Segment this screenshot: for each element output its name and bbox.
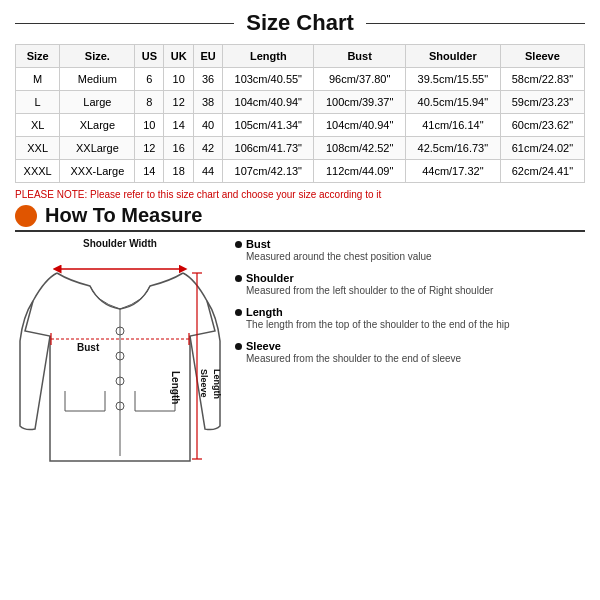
table-header-cell: Shoulder	[405, 45, 500, 68]
orange-circle-icon	[15, 205, 37, 227]
table-cell: Large	[60, 91, 135, 114]
desc-item: ShoulderMeasured from the left shoulder …	[235, 272, 585, 298]
svg-text:Bust: Bust	[77, 342, 100, 353]
desc-body-text: Measured around the chest position value	[235, 250, 585, 264]
table-cell: 39.5cm/15.55"	[405, 68, 500, 91]
table-cell: XXX-Large	[60, 160, 135, 183]
desc-item: BustMeasured around the chest position v…	[235, 238, 585, 264]
table-cell: 58cm/22.83"	[500, 68, 584, 91]
page-title: Size Chart	[234, 10, 366, 36]
table-cell: 12	[164, 91, 194, 114]
desc-body-text: Measured from the left shoulder to the o…	[235, 284, 585, 298]
how-to-title-row: How To Measure	[15, 204, 585, 232]
table-cell: Medium	[60, 68, 135, 91]
jacket-area: Shoulder Width	[15, 238, 225, 471]
table-cell: XXXL	[16, 160, 60, 183]
table-cell: 61cm/24.02"	[500, 137, 584, 160]
table-cell: XLarge	[60, 114, 135, 137]
table-header-cell: Sleeve	[500, 45, 584, 68]
table-cell: 12	[135, 137, 164, 160]
table-header-cell: Length	[223, 45, 314, 68]
title-line-right	[366, 23, 585, 24]
note-text: PLEASE NOTE: Please refer to this size c…	[15, 189, 585, 200]
table-cell: 59cm/23.23"	[500, 91, 584, 114]
desc-title-text: Sleeve	[246, 340, 281, 352]
table-cell: 14	[135, 160, 164, 183]
desc-item-title: Sleeve	[235, 340, 585, 352]
table-cell: 106cm/41.73"	[223, 137, 314, 160]
bullet-icon	[235, 309, 242, 316]
table-cell: 38	[194, 91, 223, 114]
desc-item: SleeveMeasured from the shoulder to the …	[235, 340, 585, 366]
table-cell: 60cm/23.62"	[500, 114, 584, 137]
how-to-section: How To Measure Shoulder Width	[15, 204, 585, 471]
table-cell: 100cm/39.37"	[314, 91, 405, 114]
desc-item-title: Bust	[235, 238, 585, 250]
table-cell: 44	[194, 160, 223, 183]
svg-text:Length: Length	[212, 369, 222, 399]
table-cell: 96cm/37.80"	[314, 68, 405, 91]
table-cell: XXL	[16, 137, 60, 160]
how-to-title: How To Measure	[45, 204, 202, 227]
table-row: XXLXXLarge121642106cm/41.73"108cm/42.52"…	[16, 137, 585, 160]
desc-title-text: Bust	[246, 238, 270, 250]
table-cell: M	[16, 68, 60, 91]
table-cell: 10	[164, 68, 194, 91]
table-cell: 42	[194, 137, 223, 160]
table-header-cell: Size.	[60, 45, 135, 68]
table-row: XXXLXXX-Large141844107cm/42.13"112cm/44.…	[16, 160, 585, 183]
table-header-cell: EU	[194, 45, 223, 68]
desc-body-text: The length from the top of the shoulder …	[235, 318, 585, 332]
how-to-content: Shoulder Width	[15, 238, 585, 471]
desc-item-title: Shoulder	[235, 272, 585, 284]
table-cell: 62cm/24.41"	[500, 160, 584, 183]
size-chart-table: SizeSize.USUKEULengthBustShoulderSleeve …	[15, 44, 585, 183]
shoulder-width-label: Shoulder Width	[15, 238, 225, 249]
bullet-icon	[235, 275, 242, 282]
desc-title-text: Shoulder	[246, 272, 294, 284]
bullet-icon	[235, 241, 242, 248]
table-cell: 36	[194, 68, 223, 91]
title-line-left	[15, 23, 234, 24]
jacket-illustration: Bust Sleeve Length Length	[15, 251, 225, 471]
table-cell: 107cm/42.13"	[223, 160, 314, 183]
desc-body-text: Measured from the shoulder to the end of…	[235, 352, 585, 366]
table-cell: L	[16, 91, 60, 114]
table-cell: XXLarge	[60, 137, 135, 160]
table-cell: 112cm/44.09"	[314, 160, 405, 183]
table-cell: 10	[135, 114, 164, 137]
table-header-row: SizeSize.USUKEULengthBustShoulderSleeve	[16, 45, 585, 68]
bullet-icon	[235, 343, 242, 350]
table-cell: 104cm/40.94"	[223, 91, 314, 114]
table-cell: XL	[16, 114, 60, 137]
measurement-descriptions: BustMeasured around the chest position v…	[235, 238, 585, 471]
table-cell: 18	[164, 160, 194, 183]
table-cell: 14	[164, 114, 194, 137]
table-cell: 44cm/17.32"	[405, 160, 500, 183]
table-cell: 40.5cm/15.94"	[405, 91, 500, 114]
title-row: Size Chart	[15, 10, 585, 36]
table-row: MMedium61036103cm/40.55"96cm/37.80"39.5c…	[16, 68, 585, 91]
table-cell: 108cm/42.52"	[314, 137, 405, 160]
table-cell: 6	[135, 68, 164, 91]
table-header-cell: Size	[16, 45, 60, 68]
table-header-cell: US	[135, 45, 164, 68]
table-header-cell: UK	[164, 45, 194, 68]
table-cell: 103cm/40.55"	[223, 68, 314, 91]
desc-item: LengthThe length from the top of the sho…	[235, 306, 585, 332]
table-cell: 16	[164, 137, 194, 160]
table-cell: 105cm/41.34"	[223, 114, 314, 137]
svg-text:Sleeve: Sleeve	[199, 369, 209, 398]
svg-text:Length: Length	[170, 371, 181, 404]
table-cell: 40	[194, 114, 223, 137]
desc-item-title: Length	[235, 306, 585, 318]
table-cell: 104cm/40.94"	[314, 114, 405, 137]
table-row: XLXLarge101440105cm/41.34"104cm/40.94"41…	[16, 114, 585, 137]
table-cell: 42.5cm/16.73"	[405, 137, 500, 160]
table-header-cell: Bust	[314, 45, 405, 68]
table-cell: 8	[135, 91, 164, 114]
main-container: Size Chart SizeSize.USUKEULengthBustShou…	[0, 0, 600, 600]
table-cell: 41cm/16.14"	[405, 114, 500, 137]
desc-title-text: Length	[246, 306, 283, 318]
table-row: LLarge81238104cm/40.94"100cm/39.37"40.5c…	[16, 91, 585, 114]
